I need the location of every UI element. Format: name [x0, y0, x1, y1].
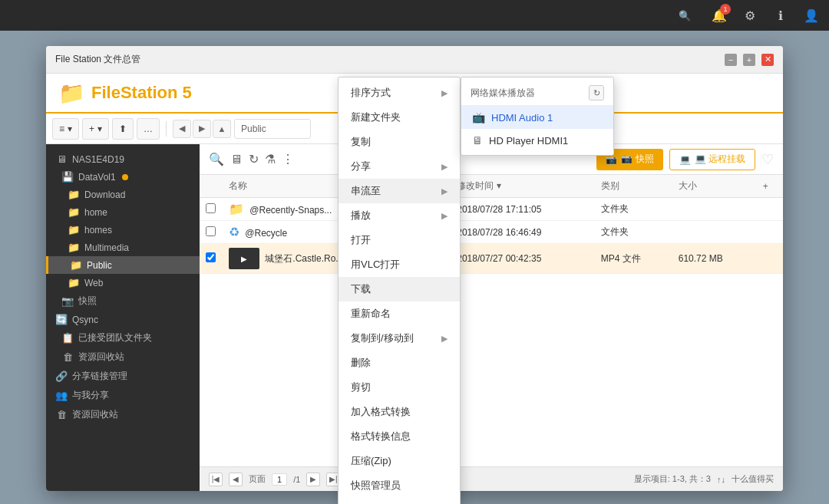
- refresh-icon[interactable]: ↻: [249, 152, 259, 166]
- view-mode-icon: ≡: [59, 124, 64, 134]
- shared-with-me-icon: 👥: [55, 390, 68, 401]
- sidebar-item-nas[interactable]: 🖥 NAS1E4D19: [46, 150, 200, 168]
- display-icon[interactable]: 🖥: [230, 153, 243, 166]
- submenu-item-hdmi-audio[interactable]: 📺 HDMI Audio 1: [461, 106, 613, 129]
- more-button[interactable]: …: [137, 118, 160, 140]
- menu-item-open[interactable]: 打开: [339, 228, 460, 252]
- th-extra[interactable]: +: [757, 175, 783, 198]
- nav-forward-button[interactable]: ▶: [193, 120, 211, 138]
- sidebar-item-download[interactable]: 📁 Download: [46, 186, 200, 203]
- th-modified[interactable]: 修改时间 ▾: [451, 175, 594, 198]
- folder-icon: 📁: [229, 203, 244, 216]
- row-checkbox[interactable]: [206, 203, 216, 213]
- sidebar-item-multimedia[interactable]: 📁 Multimedia: [46, 239, 200, 256]
- sidebar-item-home[interactable]: 📁 home: [46, 203, 200, 221]
- table-row[interactable]: 📁 @Recently-Snaps... 2018/07/28 17:11:05…: [200, 198, 783, 221]
- menu-item-copy-move[interactable]: 复制到/移动到 ▶: [339, 326, 460, 351]
- menu-item-copy-move-label: 复制到/移动到: [351, 331, 441, 345]
- row-check[interactable]: [200, 244, 223, 274]
- upload-icon: ⬆: [119, 124, 127, 134]
- user-icon[interactable]: 👤: [803, 7, 820, 24]
- folder-icon-public: 📁: [70, 259, 82, 271]
- row-checkbox[interactable]: [206, 226, 216, 236]
- sidebar-item-trash[interactable]: 🗑 资源回收站: [46, 405, 200, 424]
- submenu-title: 网络媒体播放器: [471, 87, 535, 100]
- upload-button[interactable]: ⬆: [112, 118, 134, 140]
- recycle-icon: ♻: [229, 226, 239, 239]
- sidebar-item-share-link[interactable]: 🔗 分享链接管理: [46, 367, 200, 386]
- file-table-area: 名称 修改时间 ▾ 类别 大小 +: [200, 175, 783, 466]
- sidebar-item-shared-with-me[interactable]: 👥 与我分享: [46, 386, 200, 405]
- notification-icon[interactable]: 🔔 1: [711, 7, 728, 24]
- app-title-file: File: [91, 83, 121, 102]
- close-button[interactable]: ✕: [761, 54, 774, 66]
- th-type[interactable]: 类别: [595, 175, 672, 198]
- next-page-button[interactable]: ▶: [306, 473, 320, 486]
- maximize-button[interactable]: +: [743, 54, 755, 66]
- row-check[interactable]: [200, 221, 223, 244]
- sidebar-item-public[interactable]: 📁 Public: [46, 256, 200, 274]
- hd-player-icon: 🖥: [472, 134, 483, 147]
- view-mode-button[interactable]: ≡ ▾: [52, 118, 79, 140]
- table-row[interactable]: ♻ @Recycle 2018/07/28 16:46:49 文件夹: [200, 221, 783, 244]
- page-label: 页面: [249, 473, 266, 485]
- window-title-label: File Station 文件总管: [55, 53, 140, 66]
- menu-item-sort[interactable]: 排序方式 ▶: [339, 81, 460, 105]
- menu-item-copy[interactable]: 复制: [339, 130, 460, 154]
- sidebar-item-team-folder[interactable]: 📋 已接受团队文件夹: [46, 328, 200, 348]
- menu-item-cut[interactable]: 剪切: [339, 375, 460, 400]
- th-size[interactable]: 大小: [672, 175, 757, 198]
- window-controls: − + ✕: [725, 54, 774, 66]
- file-action-icons: 🔍 🖥 ↻ ⚗ ⋮: [209, 152, 294, 166]
- submenu-refresh-button[interactable]: ↻: [589, 85, 604, 100]
- prev-page-button[interactable]: ◀: [229, 473, 243, 486]
- menu-item-zip-label: 压缩(Zip): [351, 454, 448, 468]
- system-search-icon[interactable]: 🔍: [672, 3, 697, 28]
- new-folder-button[interactable]: + ▾: [82, 118, 109, 140]
- menu-item-rename[interactable]: 重新命名: [339, 301, 460, 326]
- path-label: Public: [241, 124, 266, 134]
- remote-mount-button[interactable]: 💻 💻 远程挂载: [669, 149, 755, 170]
- sidebar-qsync-label: Qsync: [72, 315, 98, 325]
- menu-item-zip[interactable]: 压缩(Zip): [339, 449, 460, 473]
- row-check[interactable]: [200, 198, 223, 221]
- menu-item-properties[interactable]: 属性: [339, 498, 460, 504]
- menu-item-open-vlc[interactable]: 用VLC打开: [339, 252, 460, 277]
- sidebar-item-web[interactable]: 📁 Web: [46, 274, 200, 292]
- menu-item-stream[interactable]: 串流至 ▶: [339, 179, 460, 203]
- user-settings-icon[interactable]: ⚙: [741, 7, 758, 24]
- size-controls[interactable]: ↑↓: [717, 475, 725, 484]
- minimize-button[interactable]: −: [725, 54, 737, 66]
- info-icon[interactable]: ℹ: [772, 7, 789, 24]
- nav-up-button[interactable]: ▲: [213, 120, 231, 138]
- menu-item-download[interactable]: 下载: [339, 277, 460, 301]
- table-row-selected[interactable]: ▶ 城堡石.Castle.Ro... 2018/07/27 00:42:35 M…: [200, 244, 783, 274]
- menu-item-new-folder[interactable]: 新建文件夹: [339, 105, 460, 130]
- sidebar-nas-label: NAS1E4D19: [72, 154, 124, 165]
- row-checkbox[interactable]: [206, 252, 216, 262]
- submenu-item-hd-player[interactable]: 🖥 HD Player HDMI1: [461, 129, 613, 152]
- page-number[interactable]: 1: [272, 473, 287, 486]
- menu-item-delete[interactable]: 删除: [339, 351, 460, 375]
- sidebar-item-recycle[interactable]: 🗑 资源回收站: [46, 348, 200, 367]
- sidebar-item-qsync[interactable]: 🔄 Qsync: [46, 311, 200, 328]
- menu-item-convert-info[interactable]: 格式转换信息: [339, 424, 460, 449]
- menu-item-convert[interactable]: 加入格式转换: [339, 400, 460, 424]
- search-icon[interactable]: 🔍: [209, 152, 224, 166]
- first-page-button[interactable]: |◀: [209, 473, 223, 486]
- filter-icon[interactable]: ⚗: [265, 152, 276, 166]
- nav-back-button[interactable]: ◀: [173, 120, 191, 138]
- menu-item-snapshot-manager[interactable]: 快照管理员: [339, 473, 460, 498]
- nav-buttons: ◀ ▶ ▲: [173, 120, 231, 138]
- sidebar-photos-label: 快照: [78, 295, 97, 308]
- sidebar-item-homes[interactable]: 📁 homes: [46, 221, 200, 239]
- more-action-icon[interactable]: ⋮: [282, 152, 294, 166]
- sidebar-item-datavol1[interactable]: 💾 DataVol1: [46, 168, 200, 186]
- menu-item-play[interactable]: 播放 ▶: [339, 203, 460, 228]
- orange-dot: [122, 174, 128, 180]
- row-extra: [757, 198, 783, 221]
- sidebar-item-photos[interactable]: 📷 快照: [46, 292, 200, 311]
- menu-item-share[interactable]: 分享 ▶: [339, 154, 460, 179]
- row-type: 文件夹: [595, 221, 672, 244]
- favorite-icon[interactable]: ♡: [761, 151, 774, 168]
